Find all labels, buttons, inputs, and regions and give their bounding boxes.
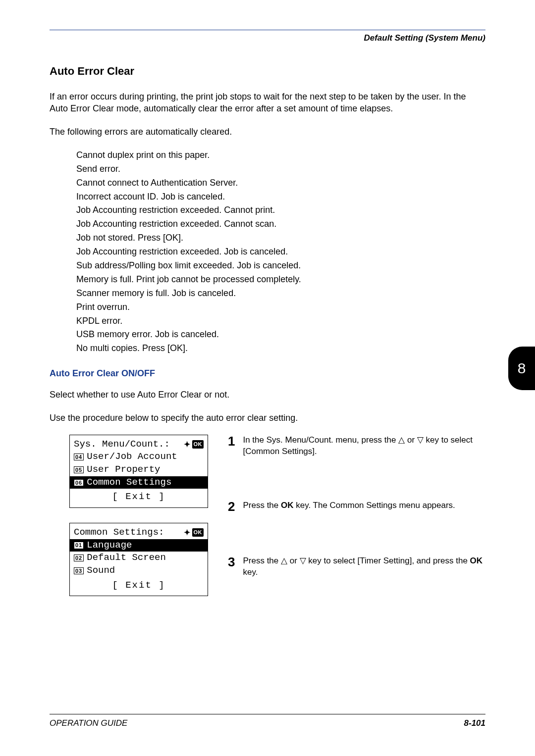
step-text: In the Sys. Menu/Count. menu, press the …: [243, 435, 485, 457]
lcd2-row: 02 Default Screen: [74, 552, 204, 564]
step-text: Press the △ or ▽ key to select [Timer Se…: [243, 555, 485, 578]
step-1: 1 In the Sys. Menu/Count. menu, press th…: [228, 435, 485, 457]
row-number: 05: [74, 466, 84, 473]
error-item: Incorrect account ID. Job is canceled.: [76, 190, 485, 204]
triangle-down-icon: ▽: [417, 435, 424, 445]
lcd2-title: Common Settings:: [74, 526, 164, 539]
error-item: Cannot duplex print on this paper.: [76, 149, 485, 162]
error-item: KPDL error.: [76, 314, 485, 328]
subsection-p2: Use the procedure below to specify the a…: [50, 412, 485, 424]
nav-arrows-icon: ✦: [184, 439, 190, 450]
row-label: User Property: [87, 463, 160, 476]
row-label: User/Job Account: [87, 451, 177, 463]
lcd2-exit: [ Exit ]: [74, 577, 204, 592]
error-item: Print overrun.: [76, 301, 485, 314]
lcd2-row: 03 Sound: [74, 564, 204, 577]
subsection-title: Auto Error Clear ON/OFF: [50, 368, 485, 379]
lcd1-row-selected: 06 Common Settings: [70, 476, 208, 489]
row-label: Sound: [87, 564, 115, 577]
error-item: No multi copies. Press [OK].: [76, 342, 485, 355]
error-item: USB memory error. Job is canceled.: [76, 328, 485, 342]
lcd1-title: Sys. Menu/Count.:: [74, 438, 170, 451]
step-number: 1: [228, 435, 235, 457]
error-item: Send error.: [76, 162, 485, 176]
nav-arrows-icon: ✦: [184, 527, 190, 538]
row-number: 03: [74, 567, 84, 574]
row-number: 04: [74, 454, 84, 460]
triangle-down-icon: ▽: [300, 556, 306, 565]
triangle-up-icon: △: [281, 556, 287, 565]
breadcrumb: Default Setting (System Menu): [50, 33, 485, 43]
row-label: Common Settings: [87, 476, 171, 489]
page-footer: OPERATION GUIDE 8-101: [50, 714, 485, 728]
lcd-screen-common-settings: Common Settings: ✦ OK 01 Language 02 Def…: [69, 523, 208, 596]
error-item: Scanner memory is full. Job is canceled.: [76, 287, 485, 301]
ok-badge: OK: [192, 440, 204, 449]
row-number: 01: [74, 542, 84, 549]
row-number: 06: [74, 479, 84, 486]
step-number: 3: [228, 555, 235, 578]
step-3: 3 Press the △ or ▽ key to select [Timer …: [228, 555, 485, 578]
header-rule: [50, 30, 485, 30]
step-2: 2 Press the OK key. The Common Settings …: [228, 500, 485, 513]
footer-right: 8-101: [464, 718, 485, 728]
section-title: Auto Error Clear: [50, 65, 485, 78]
error-item: Sub address/Polling box limit exceeded. …: [76, 259, 485, 273]
lcd1-row: 05 User Property: [74, 463, 204, 476]
error-item: Memory is full. Print job cannot be proc…: [76, 273, 485, 287]
lcd2-row-selected: 01 Language: [70, 539, 208, 552]
step-text: Press the OK key. The Common Settings me…: [243, 500, 455, 513]
error-item: Job Accounting restriction exceeded. Can…: [76, 203, 485, 217]
subsection-p1: Select whether to use Auto Error Clear o…: [50, 389, 485, 401]
error-item: Job Accounting restriction exceeded. Job…: [76, 245, 485, 259]
lcd1-exit: [ Exit ]: [74, 489, 204, 504]
list-intro: The following errors are automatically c…: [50, 126, 485, 138]
row-label: Language: [87, 539, 132, 552]
step-number: 2: [228, 500, 235, 513]
intro-text: If an error occurs during printing, the …: [50, 91, 485, 115]
ok-badge: OK: [192, 528, 204, 537]
error-item: Job not stored. Press [OK].: [76, 231, 485, 245]
error-item: Cannot connect to Authentication Server.: [76, 176, 485, 190]
error-list: Cannot duplex print on this paper. Send …: [76, 149, 485, 355]
lcd-screen-sys-menu: Sys. Menu/Count.: ✦ OK 04 User/Job Accou…: [69, 435, 208, 508]
triangle-up-icon: △: [398, 435, 405, 445]
lcd1-row: 04 User/Job Account: [74, 451, 204, 463]
chapter-number: 8: [518, 360, 526, 377]
footer-left: OPERATION GUIDE: [50, 718, 127, 728]
chapter-tab: 8: [508, 347, 535, 390]
error-item: Job Accounting restriction exceeded. Can…: [76, 217, 485, 231]
row-number: 02: [74, 554, 84, 561]
row-label: Default Screen: [87, 552, 166, 564]
